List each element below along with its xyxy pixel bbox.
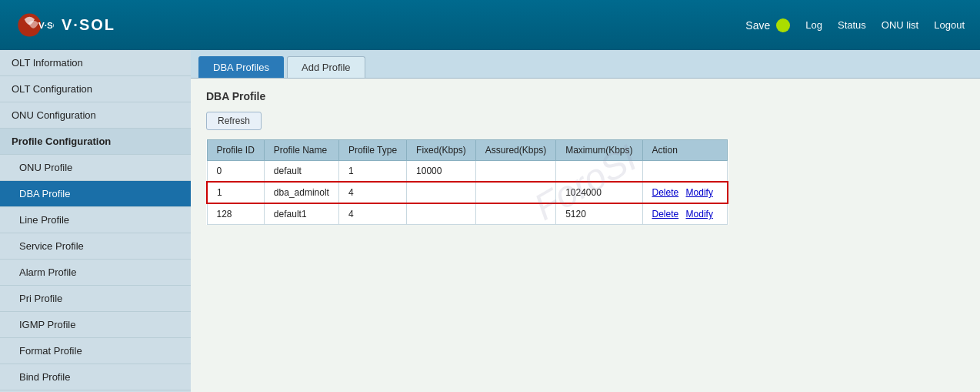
logo-area: V·SOL V·SOL: [15, 6, 115, 45]
sidebar-item-service-profile[interactable]: Service Profile: [0, 233, 191, 260]
modify-link[interactable]: Modify: [686, 209, 713, 219]
vsol-logo: V·SOL: [15, 6, 54, 45]
tab-dba-profiles[interactable]: DBA Profiles: [198, 56, 284, 78]
cell-assured: [475, 182, 555, 203]
cell-profile-type: 1: [338, 161, 406, 183]
cell-assured: [475, 161, 555, 183]
cell-action: [642, 161, 728, 183]
col-profile-id: Profile ID: [207, 140, 264, 161]
cell-fixed: [407, 203, 476, 225]
cell-fixed: 10000: [407, 161, 476, 183]
cell-profile-type: 4: [338, 203, 406, 225]
header: V·SOL V·SOL Save Log Status ONU list Log…: [0, 0, 980, 50]
col-fixed: Fixed(Kbps): [407, 140, 476, 161]
save-label: Save: [745, 19, 770, 32]
sidebar-item-bind-profile[interactable]: Bind Profile: [0, 364, 191, 390]
cell-action: Delete Modify: [642, 203, 728, 225]
content-area: DBA Profiles Add Profile DBA Profile Ref…: [191, 50, 980, 392]
cell-profile-id: 1: [207, 182, 264, 203]
cell-profile-name: default1: [264, 203, 338, 225]
sidebar-item-dba-profile[interactable]: DBA Profile: [0, 181, 191, 207]
log-link[interactable]: Log: [805, 19, 822, 31]
cell-maximum: 5120: [556, 203, 642, 225]
table-row: 128 default1 4 5120 Delete Modify: [207, 203, 728, 225]
header-right: Save Log Status ONU list Logout: [745, 18, 965, 32]
save-button[interactable]: Save: [745, 18, 790, 32]
col-profile-name: Profile Name: [264, 140, 338, 161]
col-action: Action: [642, 140, 728, 161]
sidebar-item-onu-profile[interactable]: ONU Profile: [0, 155, 191, 181]
status-indicator: [776, 18, 790, 32]
modify-link[interactable]: Modify: [686, 187, 713, 198]
sidebar-item-pri-profile[interactable]: Pri Profile: [0, 286, 191, 312]
sidebar-item-line-profile[interactable]: Line Profile: [0, 207, 191, 233]
onu-list-link[interactable]: ONU list: [882, 19, 918, 31]
table-container: ForoSI Profile ID Profile Name Profile T…: [206, 139, 965, 225]
delete-link[interactable]: Delete: [652, 209, 679, 219]
sidebar: OLT Information OLT Configuration ONU Co…: [0, 50, 191, 392]
tab-bar: DBA Profiles Add Profile: [191, 50, 980, 79]
sidebar-item-onu-config[interactable]: ONU Configuration: [0, 102, 191, 129]
brand-name: V·SOL: [62, 16, 115, 34]
sidebar-item-olt-config[interactable]: OLT Configuration: [0, 76, 191, 102]
cell-maximum: 1024000: [556, 182, 642, 203]
table-header-row: Profile ID Profile Name Profile Type Fix…: [207, 140, 728, 161]
col-assured: Assured(Kbps): [475, 140, 555, 161]
cell-maximum: [556, 161, 642, 183]
sidebar-item-igmp-profile[interactable]: IGMP Profile: [0, 312, 191, 338]
sidebar-item-alarm-profile[interactable]: Alarm Profile: [0, 260, 191, 286]
col-profile-type: Profile Type: [338, 140, 406, 161]
logout-link[interactable]: Logout: [934, 19, 965, 31]
cell-profile-id: 0: [207, 161, 264, 183]
cell-profile-name: default: [264, 161, 338, 183]
cell-profile-id: 128: [207, 203, 264, 225]
page-title: DBA Profile: [206, 90, 965, 102]
sidebar-item-profile-config[interactable]: Profile Configuration: [0, 129, 191, 155]
table-row-highlighted: 1 dba_adminolt 4 1024000 Delete Modify: [207, 182, 728, 203]
cell-action: Delete Modify: [642, 182, 728, 203]
delete-link[interactable]: Delete: [652, 187, 679, 198]
page-content: DBA Profile Refresh ForoSI Profile ID Pr…: [191, 79, 980, 236]
dba-profile-table: Profile ID Profile Name Profile Type Fix…: [206, 139, 728, 225]
main-layout: OLT Information OLT Configuration ONU Co…: [0, 50, 980, 392]
status-link[interactable]: Status: [838, 19, 866, 31]
sidebar-item-format-profile[interactable]: Format Profile: [0, 338, 191, 364]
table-row: 0 default 1 10000: [207, 161, 728, 183]
cell-fixed: [407, 182, 476, 203]
tab-add-profile[interactable]: Add Profile: [287, 56, 365, 78]
cell-profile-name: dba_adminolt: [264, 182, 338, 203]
sidebar-item-olt-info[interactable]: OLT Information: [0, 50, 191, 76]
refresh-button[interactable]: Refresh: [206, 112, 262, 130]
col-maximum: Maximum(Kbps): [556, 140, 642, 161]
cell-profile-type: 4: [338, 182, 406, 203]
svg-text:V·SOL: V·SOL: [38, 19, 54, 29]
cell-assured: [475, 203, 555, 225]
